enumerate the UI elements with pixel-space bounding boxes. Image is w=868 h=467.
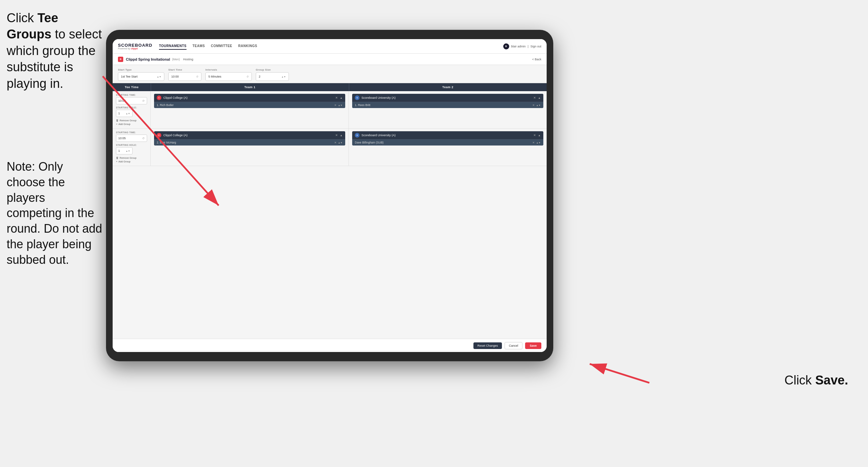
- team-col-2-2: S Scoreboard University (A) ✕ ▲ Dave Bil…: [349, 128, 547, 166]
- start-time-control[interactable]: 10:00 ⏱: [168, 72, 202, 81]
- start-time-icon: ⏱: [196, 76, 198, 78]
- team-card-header-1-2: S Scoreboard University (A) ✕ ▲: [352, 94, 543, 102]
- team-col-2-1: C Clippd College (A) ✕ ▲ 2. Blair McHarg…: [151, 128, 349, 166]
- team-logo-2-2: S: [355, 133, 360, 138]
- nav-tournaments[interactable]: TOURNAMENTS: [159, 43, 187, 50]
- start-type-control[interactable]: 1st Tee Start ▲▼: [118, 72, 164, 81]
- starting-hole-label-1: STARTING HOLE:: [116, 107, 147, 109]
- group-size-arrow: ▲▼: [281, 76, 286, 78]
- team-expand-1-2[interactable]: ▲: [538, 96, 541, 99]
- tee-time-col-2: STARTING TIME: 10:05 ⏱ STARTING HOLE: 1 …: [113, 128, 151, 166]
- player-remove-1-2[interactable]: ✕: [532, 104, 535, 107]
- team-card-2-2: S Scoreboard University (A) ✕ ▲ Dave Bil…: [352, 131, 543, 146]
- team-expand-2-2[interactable]: ▲: [538, 134, 541, 137]
- start-type-group: Start Type 1st Tee Start ▲▼: [118, 68, 164, 81]
- team-name-1-1: Clippd College (A): [163, 96, 335, 99]
- player-name-1-2: 1. Rees Britt: [355, 104, 532, 107]
- powered-by-text: Powered by clippd: [118, 48, 152, 50]
- add-icon-2: +: [116, 160, 117, 163]
- save-button[interactable]: Save: [525, 342, 541, 349]
- cancel-button[interactable]: Cancel: [504, 342, 523, 349]
- team-remove-x-2-1[interactable]: ✕: [335, 134, 338, 137]
- group-size-label: Group Size: [256, 68, 289, 71]
- player-arrow-2-2[interactable]: ▲▼: [536, 142, 541, 144]
- team-remove-x-1-2[interactable]: ✕: [533, 96, 536, 99]
- clippd-logo: clippd: [131, 48, 138, 50]
- nav-teams[interactable]: TEAMS: [192, 43, 205, 50]
- sub-header-logo: B: [118, 57, 123, 62]
- player-remove-2-1[interactable]: ✕: [334, 141, 337, 144]
- nav-rankings[interactable]: RANKINGS: [238, 43, 257, 50]
- team-logo-2-1: C: [157, 133, 161, 138]
- team-expand-2-1[interactable]: ▲: [340, 134, 343, 137]
- th-team2: Team 2: [349, 83, 547, 91]
- team-name-1-2: Scoreboard University (A): [362, 96, 533, 99]
- intervals-icon: ⏱: [247, 76, 249, 78]
- th-tee-time: Tee Time: [113, 83, 151, 91]
- teams-area-2: C Clippd College (A) ✕ ▲ 2. Blair McHarg…: [151, 128, 547, 166]
- player-remove-1-1[interactable]: ✕: [334, 104, 337, 107]
- remove-group-btn-2[interactable]: 🗑 Remove Group: [116, 156, 147, 159]
- form-area: Start Type 1st Tee Start ▲▼ Start Time 1…: [113, 65, 547, 83]
- add-group-btn-1[interactable]: + Add Group: [116, 123, 147, 126]
- sign-out-link[interactable]: Sign out: [530, 45, 541, 48]
- team-remove-x-1-1[interactable]: ✕: [335, 96, 338, 99]
- tablet-screen: SCOREBOARD Powered by clippd TOURNAMENTS…: [113, 39, 547, 352]
- nav-separator: |: [528, 45, 528, 48]
- hole-input-2[interactable]: 1 ▲▼: [116, 147, 132, 154]
- click-save-prefix: Click: [784, 373, 815, 387]
- reset-changes-button[interactable]: Reset Changes: [473, 342, 502, 349]
- team-remove-x-2-2[interactable]: ✕: [533, 134, 536, 137]
- hole-input-1[interactable]: 1 ▲▼: [116, 110, 132, 117]
- starting-hole-label-2: STARTING HOLE:: [116, 144, 147, 146]
- time-input-1[interactable]: 10:00 ⏱: [116, 97, 147, 105]
- intervals-group: Intervals 5 Minutes ⏱: [206, 68, 252, 81]
- player-arrow-1-1[interactable]: ▲▼: [338, 104, 343, 107]
- note-content: Only choose the players competing in the…: [7, 160, 102, 266]
- add-group-btn-2[interactable]: + Add Group: [116, 160, 147, 163]
- intervals-label: Intervals: [206, 68, 252, 71]
- time-input-2[interactable]: 10:05 ⏱: [116, 135, 147, 142]
- note-label: Note:: [7, 160, 38, 173]
- click-save-instruction: Click Save.: [784, 373, 848, 387]
- nav-committee[interactable]: COMMITTEE: [211, 43, 232, 50]
- player-arrow-2-1[interactable]: ▲▼: [338, 142, 343, 144]
- tournament-name: Clippd Spring Invitational: [126, 57, 170, 61]
- group-row-1: STARTING TIME: 10:00 ⏱ STARTING HOLE: 1 …: [113, 91, 547, 128]
- start-type-arrow: ▲▼: [157, 76, 161, 78]
- user-avatar: B: [503, 43, 509, 49]
- player-name-1-1: 1. Rich Butler: [157, 104, 334, 107]
- time-icon-2: ⏱: [142, 137, 145, 140]
- tee-time-col-1: STARTING TIME: 10:00 ⏱ STARTING HOLE: 1 …: [113, 91, 151, 128]
- team-expand-1-1[interactable]: ▲: [340, 96, 343, 99]
- intervals-control[interactable]: 5 Minutes ⏱: [206, 72, 252, 81]
- player-remove-2-2[interactable]: ✕: [532, 141, 535, 144]
- team-name-2-2: Scoreboard University (A): [362, 134, 533, 137]
- team-card-header-1-1: C Clippd College (A) ✕ ▲: [154, 94, 345, 102]
- team-logo-1-1: C: [157, 95, 161, 100]
- player-arrow-1-2[interactable]: ▲▼: [536, 104, 541, 107]
- hole-arrow-1: ▲▼: [126, 112, 130, 115]
- instruction-prefix: Click: [7, 11, 37, 25]
- team-actions-2-1: ✕ ▲: [335, 134, 343, 137]
- bottom-bar: Reset Changes Cancel Save: [113, 339, 547, 352]
- logo-area: SCOREBOARD Powered by clippd: [118, 43, 152, 50]
- back-button[interactable]: < Back: [532, 58, 541, 61]
- team-col-1-1: C Clippd College (A) ✕ ▲ 1. Rich Butler …: [151, 91, 349, 128]
- player-row-2-1: 2. Blair McHarg ✕ ▲▼: [154, 139, 345, 146]
- time-icon-1: ⏱: [142, 99, 145, 103]
- group-size-group: Group Size 2 ▲▼: [256, 68, 289, 81]
- group-size-control[interactable]: 2 ▲▼: [256, 72, 289, 81]
- group-row-2: STARTING TIME: 10:05 ⏱ STARTING HOLE: 1 …: [113, 128, 547, 166]
- table-header: Tee Time Team 1 Team 2: [113, 83, 547, 91]
- tournament-gender: (Men): [172, 58, 180, 61]
- starting-time-label-2: STARTING TIME:: [116, 131, 147, 134]
- team-card-header-2-2: S Scoreboard University (A) ✕ ▲: [352, 131, 543, 139]
- start-time-group: Start Time 10:00 ⏱: [168, 68, 202, 81]
- start-time-value: 10:00: [171, 75, 179, 78]
- team-actions-1-2: ✕ ▲: [533, 96, 541, 99]
- hosting-badge: Hosting: [183, 58, 193, 61]
- start-type-label: Start Type: [118, 68, 164, 71]
- remove-group-btn-1[interactable]: 🗑 Remove Group: [116, 119, 147, 122]
- team-actions-1-1: ✕ ▲: [335, 96, 343, 99]
